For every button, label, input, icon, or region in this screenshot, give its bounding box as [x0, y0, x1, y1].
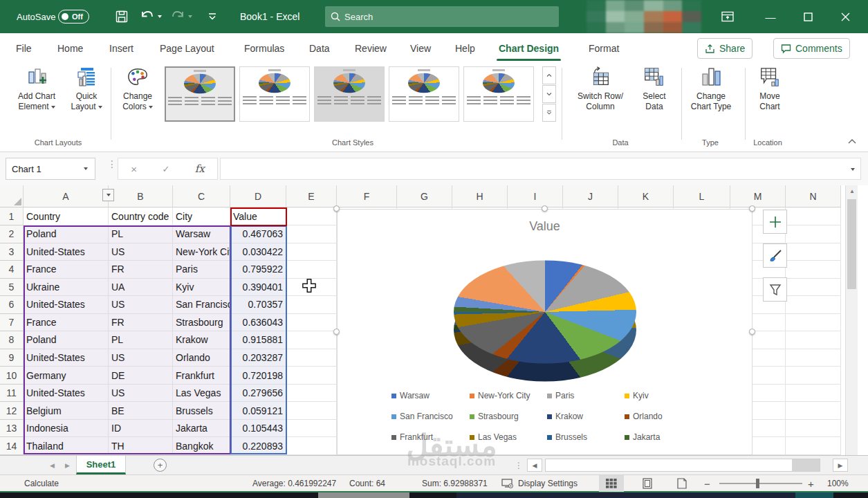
legend-item-frankfurt[interactable]: Frankfurt	[391, 432, 470, 442]
chart-handle-top-middle[interactable]	[542, 205, 548, 212]
cancel-icon[interactable]: ×	[131, 163, 137, 175]
cell-C6[interactable]: San Francisco	[173, 296, 230, 314]
zoom-slider-track[interactable]	[719, 483, 802, 484]
cell-A6[interactable]: United-States	[24, 296, 109, 314]
row-header-1[interactable]: 1	[0, 208, 24, 225]
new-sheet-button[interactable]: +	[154, 459, 167, 472]
chart-handle-top-right[interactable]	[749, 205, 755, 212]
cell-N2[interactable]	[786, 225, 841, 243]
chart-style-thumbnail-3[interactable]	[314, 66, 385, 122]
display-settings-button[interactable]: Display Settings	[501, 475, 578, 492]
cell-B9[interactable]: US	[109, 349, 173, 367]
cell-E8[interactable]	[286, 331, 337, 349]
cell-A3[interactable]: United-States	[24, 243, 109, 261]
row-header-13[interactable]: 13	[0, 420, 24, 438]
formula-bar-expand-icon[interactable]	[851, 168, 855, 171]
legend-item-new-york-city[interactable]: New-York City	[470, 391, 547, 400]
cell-D14[interactable]: 0.220893	[230, 437, 286, 455]
filter-dropdown-button[interactable]	[102, 189, 114, 201]
vertical-scrollbar-thumb[interactable]	[847, 199, 856, 289]
cell-A14[interactable]: Thailand	[24, 437, 109, 455]
zoom-slider-thumb[interactable]	[756, 479, 759, 488]
cell-C1[interactable]: City	[173, 208, 230, 225]
autosave-toggle[interactable]: Off	[58, 0, 89, 33]
cell-D2[interactable]: 0.467063	[230, 225, 286, 243]
chart-object[interactable]: Value WarsawNew-York CityParisKyivSan Fr…	[337, 209, 752, 455]
cell-D9[interactable]: 0.203287	[230, 349, 286, 367]
ribbon-tab-home[interactable]: Home	[55, 33, 85, 64]
column-header-I[interactable]: I	[508, 185, 563, 208]
row-header-11[interactable]: 11	[0, 385, 24, 403]
legend-item-krakow[interactable]: Krakow	[547, 412, 625, 421]
row-header-3[interactable]: 3	[0, 243, 24, 261]
column-header-C[interactable]: C	[173, 185, 230, 208]
row-header-14[interactable]: 14	[0, 437, 24, 455]
cell-A13[interactable]: Indonesia	[24, 420, 109, 438]
cell-A7[interactable]: France	[24, 314, 109, 332]
chart-style-thumbnail-2[interactable]	[239, 66, 310, 122]
legend-item-kyiv[interactable]: Kyiv	[625, 391, 702, 400]
cell-N1[interactable]	[786, 208, 841, 225]
chart-handle-top-left[interactable]	[333, 205, 340, 212]
hscroll-left-icon[interactable]: ◀	[527, 459, 542, 472]
undo-icon[interactable]	[140, 0, 155, 33]
sheet-nav-left-icon[interactable]: ◀	[50, 456, 55, 475]
sheet-tab-sheet1[interactable]: Sheet1	[76, 456, 126, 474]
cell-E12[interactable]	[286, 402, 337, 420]
column-header-D[interactable]: D	[230, 185, 286, 208]
column-header-G[interactable]: G	[397, 185, 452, 208]
chart-style-thumbnail-4[interactable]	[389, 66, 459, 122]
redo-icon[interactable]	[170, 0, 185, 33]
cell-B1[interactable]: Country code	[109, 208, 173, 225]
close-icon[interactable]	[830, 0, 860, 33]
ribbon-tab-formulas[interactable]: Formulas	[242, 33, 286, 64]
cell-N7[interactable]	[786, 314, 841, 332]
zoom-level[interactable]: 100%	[827, 475, 849, 492]
cell-E11[interactable]	[286, 385, 337, 403]
cell-N9[interactable]	[786, 349, 841, 367]
name-box[interactable]: Chart 1	[6, 158, 95, 180]
ribbon-tab-file[interactable]: File	[14, 33, 34, 64]
ribbon-tab-chart-design[interactable]: Chart Design	[497, 33, 561, 64]
cell-C13[interactable]: Jakarta	[173, 420, 230, 438]
page-break-view-button[interactable]	[670, 475, 694, 492]
enter-icon[interactable]: ✓	[162, 164, 169, 174]
row-header-2[interactable]: 2	[0, 225, 24, 243]
cell-B5[interactable]: UA	[109, 279, 173, 297]
scroll-up-icon[interactable]: ▲	[846, 185, 858, 197]
cell-N8[interactable]	[786, 331, 841, 349]
formula-input[interactable]	[220, 158, 861, 180]
column-header-A[interactable]: A	[24, 185, 109, 208]
page-layout-view-button[interactable]	[635, 475, 660, 492]
minimize-icon[interactable]: —	[755, 0, 786, 33]
legend-item-warsaw[interactable]: Warsaw	[391, 391, 470, 400]
cell-C12[interactable]: Brussels	[173, 402, 230, 420]
chart-elements-button[interactable]	[763, 210, 787, 234]
gallery-scroll-down-icon[interactable]	[542, 85, 556, 103]
legend-item-brussels[interactable]: Brussels	[547, 432, 625, 442]
search-input[interactable]: Search	[325, 6, 559, 27]
cell-D7[interactable]: 0.636043	[230, 314, 286, 332]
row-header-7[interactable]: 7	[0, 314, 24, 332]
cell-C2[interactable]: Warsaw	[173, 225, 230, 243]
change-chart-type-button[interactable]: Change Chart Type	[688, 66, 734, 112]
cell-E10[interactable]	[286, 367, 337, 385]
cell-C11[interactable]: Las Vegas	[173, 385, 230, 403]
cell-C14[interactable]: Bangkok	[173, 437, 230, 455]
cell-D6[interactable]: 0.70357	[230, 296, 286, 314]
cell-E4[interactable]	[286, 261, 337, 279]
ribbon-display-options-icon[interactable]	[714, 0, 741, 33]
cell-E13[interactable]	[286, 420, 337, 438]
column-header-F[interactable]: F	[337, 185, 397, 208]
zoom-out-button[interactable]: −	[704, 475, 710, 492]
cell-B3[interactable]: US	[109, 243, 173, 261]
cell-D3[interactable]: 0.030422	[230, 243, 286, 261]
row-header-4[interactable]: 4	[0, 261, 24, 279]
cell-N10[interactable]	[786, 367, 841, 385]
cell-D13[interactable]: 0.105443	[230, 420, 286, 438]
column-header-N[interactable]: N	[786, 185, 841, 208]
share-button[interactable]: Share	[697, 38, 752, 59]
chart-handle-left-middle[interactable]	[333, 329, 340, 335]
cell-D1[interactable]: Value	[230, 208, 286, 225]
change-colors-button[interactable]: Change Colors	[116, 66, 159, 112]
